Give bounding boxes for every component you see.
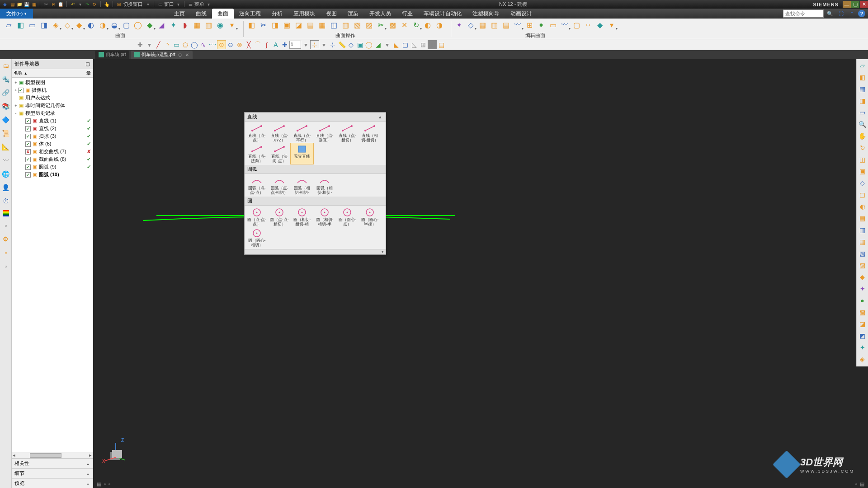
internet-icon[interactable]: 🌐: [1, 169, 10, 178]
menu-label[interactable]: 菜单: [194, 1, 204, 8]
copy-icon[interactable]: ⎘: [50, 1, 57, 7]
ruled-icon[interactable]: ◒: [109, 20, 119, 30]
snip-surface-icon[interactable]: ✂: [376, 20, 386, 30]
dropdown-icon[interactable]: ▾: [145, 1, 151, 7]
surface-bridge-icon[interactable]: ◐: [86, 20, 96, 30]
tree-node[interactable]: ✔▣截面曲线 (8)✔: [12, 155, 93, 163]
edge-symmetry-icon[interactable]: ▥: [489, 20, 499, 30]
tree-node[interactable]: ✘▣相交曲线 (7)✘: [12, 148, 93, 155]
gallery-item[interactable]: 圆（相切-相切-半: [313, 206, 336, 227]
horizontal-scrollbar[interactable]: ◂ ▸: [12, 452, 93, 458]
tree-node[interactable]: -▣模型历史记录: [12, 109, 93, 117]
repeat-icon[interactable]: ⟳: [91, 1, 98, 7]
view13-icon[interactable]: ▩: [858, 308, 867, 317]
document-tab[interactable]: 倒车镜.prt: [95, 51, 129, 59]
match-edge-icon[interactable]: ▦: [477, 20, 487, 30]
perspective-icon[interactable]: ◫: [858, 155, 867, 164]
ribbon-tab[interactable]: 分析: [266, 9, 288, 19]
tree-node[interactable]: ▣用户表达式: [12, 94, 93, 102]
gallery-item[interactable]: 圆（相切-相切-相: [291, 206, 313, 227]
section-details[interactable]: 细节⌄: [12, 468, 93, 478]
ribbon-tab[interactable]: 车辆设计自动化: [418, 9, 467, 19]
composite-curve-icon[interactable]: ∫: [262, 40, 271, 49]
trim-extend-icon[interactable]: ◨: [270, 20, 280, 30]
gallery-item[interactable]: 直线（法向-点）: [268, 143, 291, 164]
text-icon[interactable]: A: [271, 40, 280, 49]
redo-icon[interactable]: ↷: [84, 1, 90, 7]
pattern-icon[interactable]: ⊞: [419, 40, 428, 49]
history-icon[interactable]: 📜: [1, 129, 10, 138]
switch-window-label[interactable]: 切换窗口: [123, 1, 143, 8]
view17-icon[interactable]: ◈: [858, 355, 867, 364]
bounded-plane-icon[interactable]: ▢: [121, 20, 131, 30]
window-icon[interactable]: ▭: [157, 1, 163, 7]
chamfer-icon[interactable]: ◣: [392, 40, 401, 49]
document-tab[interactable]: 倒车镜点造型.prt⊙✕: [131, 51, 192, 59]
checkbox-icon[interactable]: ✔: [25, 164, 31, 170]
join-icon[interactable]: ▦: [317, 20, 327, 30]
surface-transition-icon[interactable]: ◇: [62, 20, 72, 30]
arc-icon[interactable]: ◝: [163, 40, 172, 49]
gallery-item[interactable]: 直线（点-法向）: [245, 143, 268, 164]
expand-icon[interactable]: -: [14, 111, 18, 116]
deform-icon[interactable]: 〰: [560, 20, 570, 30]
switch-window-icon[interactable]: ⊞: [116, 1, 122, 7]
column-new[interactable]: 最: [85, 69, 93, 77]
search-command-input[interactable]: [783, 9, 824, 18]
gallery-item[interactable]: 圆（圆心-半径）: [359, 206, 381, 227]
tree-node[interactable]: +▣非时间戳记几何体: [12, 102, 93, 109]
minimize-ribbon-icon[interactable]: ⌃: [847, 9, 856, 18]
dropdown-icon[interactable]: ▾: [175, 1, 181, 7]
project-curve-icon[interactable]: ⊗: [235, 40, 244, 49]
offset-curve-icon[interactable]: ⊖: [226, 40, 235, 49]
constraint-navigator-icon[interactable]: 🔗: [1, 88, 10, 97]
wireframe-icon[interactable]: ▦: [858, 84, 867, 94]
assembly-navigator-icon[interactable]: 🔩: [1, 75, 10, 84]
dropdown-icon[interactable]: ▾: [301, 40, 310, 49]
save-all-icon[interactable]: ▦: [31, 1, 37, 7]
surface-four-point-icon[interactable]: ▱: [4, 20, 14, 30]
line-icon[interactable]: ╱: [154, 40, 163, 49]
tree-node[interactable]: ✔▣直线 (1)✔: [12, 117, 93, 125]
checkbox-error-icon[interactable]: ✘: [25, 149, 31, 155]
ellipse-icon[interactable]: ◯: [190, 40, 199, 49]
flatten-icon[interactable]: ▭: [548, 20, 558, 30]
law-extension-icon[interactable]: ▦: [192, 20, 202, 30]
tube-icon[interactable]: ◯: [133, 20, 143, 30]
view6-icon[interactable]: ▥: [858, 225, 867, 235]
more-ops-icon[interactable]: ◐: [423, 20, 433, 30]
sketch-icon[interactable]: 📐: [1, 142, 10, 151]
face-analysis-icon[interactable]: ▱: [858, 61, 867, 70]
close-button[interactable]: ✕: [860, 1, 868, 8]
maximize-button[interactable]: ▢: [851, 1, 859, 8]
variational-sweep-icon[interactable]: ◢: [156, 20, 166, 30]
section-preview[interactable]: 预览⌄: [12, 478, 93, 488]
scroll-up-icon[interactable]: ▴: [377, 114, 383, 120]
datum-icon[interactable]: ◇: [346, 40, 355, 49]
expand-icon[interactable]: +: [14, 80, 18, 85]
another3-icon[interactable]: ▫: [1, 262, 10, 271]
xform-icon[interactable]: ✦: [168, 20, 178, 30]
move-defining-icon[interactable]: ◆: [595, 20, 605, 30]
gallery-item[interactable]: 直线（点-XYZ）: [268, 122, 291, 143]
minimize-button[interactable]: —: [843, 1, 851, 8]
edit-xform-icon[interactable]: ✦: [454, 20, 464, 30]
dropdown-icon[interactable]: ▾: [145, 40, 154, 49]
checkbox-icon[interactable]: ✔: [25, 157, 31, 162]
menu-icon[interactable]: ☰: [187, 1, 193, 7]
open-icon[interactable]: 📁: [16, 1, 23, 7]
gallery-item[interactable]: 直线（点-点）: [245, 122, 268, 143]
gallery-item[interactable]: 直线（点-相切）: [336, 122, 359, 143]
enlarge-icon[interactable]: ▧: [352, 20, 362, 30]
ribbon-tab[interactable]: 渲染: [342, 9, 364, 19]
ribbon-tab[interactable]: 动画设计: [505, 9, 538, 19]
checkbox-icon[interactable]: ✔: [25, 118, 31, 124]
studio-icon[interactable]: ◨: [858, 96, 867, 105]
gallery-item[interactable]: 圆（圆心-相切）: [245, 227, 268, 248]
roles-icon[interactable]: 👤: [1, 183, 10, 192]
window-label[interactable]: 窗口: [164, 1, 174, 8]
ribbon-builder-icon[interactable]: ▥: [203, 20, 213, 30]
checkbox-icon[interactable]: ✔: [25, 172, 31, 178]
studio-spline-icon[interactable]: 〰: [208, 40, 217, 49]
view12-icon[interactable]: ●: [858, 296, 867, 305]
